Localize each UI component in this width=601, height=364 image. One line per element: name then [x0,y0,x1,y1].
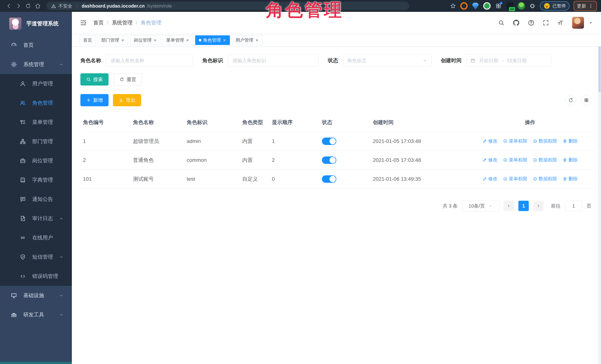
sidebar-item-audit-log[interactable]: 审计日志 [0,209,72,228]
sidebar-item-notice[interactable]: 通知公告 [0,190,72,209]
browser-back-button[interactable] [4,1,14,11]
sidebar-item-dict[interactable]: 字典管理 [0,170,72,190]
action-label: 修改 [488,138,498,144]
action-delete-link[interactable]: 删除 [563,176,578,182]
action-data-perm-link[interactable]: 数据权限 [533,176,557,182]
status-label: 状态 [328,57,338,64]
app-shell: 芋道管理系统 首页系统管理用户管理角色管理菜单管理部门管理岗位管理字典管理通知公… [0,12,601,364]
tab-post[interactable]: 岗位管理× [130,35,160,45]
status-toggle[interactable] [322,138,336,145]
breadcrumb-item[interactable]: 首页 [93,19,104,26]
tab-close-icon[interactable]: × [223,37,226,43]
tab-close-icon[interactable]: × [121,37,124,43]
breadcrumb-item[interactable]: 系统管理 [112,19,133,26]
bookmark-star-button[interactable] [450,3,456,9]
action-edit-link[interactable]: 修改 [482,176,498,182]
tab-close-icon[interactable]: × [153,37,157,43]
reset-button[interactable]: 重置 [114,73,142,86]
sidebar-item-dev-tools[interactable]: 研发工具 [0,305,72,324]
extension-switch-icon[interactable]: on [506,2,514,10]
create-time-range-picker[interactable]: 开始日期 - 结束日期 [466,54,551,67]
refresh-table-button[interactable] [565,95,576,106]
chevron-down-icon [59,216,64,221]
tab-user[interactable]: 用户管理× [232,35,262,45]
action-delete-link[interactable]: 删除 [563,138,578,144]
profile-paused-chip[interactable]: 已暂停 [540,1,570,10]
extension-plant-icon[interactable] [518,2,525,10]
export-button[interactable]: 导出 [113,94,141,106]
column-header: 操作 [467,113,594,132]
extension-gem-icon[interactable] [472,2,479,10]
action-edit-link[interactable]: 修改 [482,157,498,163]
browser-reload-button[interactable] [23,1,33,11]
user-avatar[interactable] [572,17,584,29]
action-delete-link[interactable]: 删除 [563,157,578,163]
tab-dept[interactable]: 部门管理× [98,35,128,45]
sidebar-item-menu[interactable]: 菜单管理 [0,113,72,132]
prev-page-button[interactable] [504,201,514,211]
tab-close-icon[interactable]: × [255,37,259,43]
browser-menu-button[interactable] [588,3,594,9]
role-name-input[interactable] [106,54,193,67]
role-key-input[interactable] [228,54,319,67]
update-label: 更新 [577,3,586,9]
data-perm-icon [533,158,537,162]
sidebar-item-role[interactable]: 角色管理 [0,93,72,113]
extensions-puzzle-button[interactable] [529,3,536,9]
cell-role-type: 自定义 [240,170,269,188]
action-label: 删除 [568,176,578,182]
goto-page-input[interactable] [565,201,582,211]
action-edit-link[interactable]: 修改 [482,138,498,144]
sidebar-toggle-button[interactable] [80,19,87,27]
add-role-button[interactable]: 新增 [80,94,109,106]
action-menu-perm-link[interactable]: 菜单权限 [503,176,527,182]
page-scrollbar[interactable] [598,12,601,364]
fullscreen-button[interactable] [542,20,549,26]
sidebar-item-label: 短信管理 [32,254,53,260]
address-bar[interactable]: 不安全 | dashboard.yudao.iocoder.cn/system/… [46,2,409,10]
action-label: 修改 [488,176,498,182]
status-select[interactable]: 角色状态 [343,54,431,67]
sidebar-item-user[interactable]: 用户管理 [0,74,72,93]
github-link-button[interactable] [512,19,520,27]
app-logo[interactable]: 芋道管理系统 [0,12,72,36]
column-settings-button[interactable] [581,95,592,106]
action-data-perm-link[interactable]: 数据权限 [533,157,557,163]
user-menu-caret[interactable] [588,20,593,25]
search-button[interactable]: 搜索 [80,73,109,86]
font-size-button[interactable] [557,19,564,27]
tab-close-icon[interactable]: × [186,37,189,43]
extension-grid-icon[interactable] [495,2,502,10]
status-toggle[interactable] [322,175,336,183]
tab-home[interactable]: 首页 [80,35,96,45]
page-number-button[interactable]: 1 [518,201,529,211]
page-size-select[interactable]: 10条/页 [462,200,499,211]
action-menu-perm-link[interactable]: 菜单权限 [503,138,527,144]
extension-orange-icon[interactable] [460,2,468,10]
status-placeholder: 角色状态 [347,57,367,64]
browser-forward-button[interactable] [14,1,23,11]
sidebar-item-post[interactable]: 岗位管理 [0,151,72,170]
browser-update-button[interactable]: 更新 [574,1,597,11]
help-button[interactable] [528,19,535,26]
action-menu-perm-link[interactable]: 菜单权限 [503,157,527,163]
browser-home-button[interactable] [33,1,43,11]
sidebar-item-error-code[interactable]: 错误码管理 [0,267,72,286]
sidebar-item-online-user[interactable]: 在线用户 [0,228,72,247]
status-toggle[interactable] [322,157,336,164]
tab-menu[interactable]: 菜单管理× [163,35,193,45]
sidebar-item-dept[interactable]: 部门管理 [0,132,72,151]
tab-role[interactable]: 角色管理× [195,35,230,45]
extension-green-icon[interactable] [483,2,491,10]
browser-chrome: 不安全 | dashboard.yudao.iocoder.cn/system/… [0,0,601,12]
action-data-perm-link[interactable]: 数据权限 [533,138,557,144]
tab-label: 部门管理 [101,37,119,43]
sidebar-item-sms[interactable]: 短信管理 [0,247,72,267]
cell-created-time: 2021-01-05 17:03:48 [370,151,467,170]
sidebar-item-system[interactable]: 系统管理 [0,55,72,74]
header-search-button[interactable] [498,20,505,26]
sidebar-item-infra[interactable]: 基础设施 [0,286,72,305]
page-size-label: 10条/页 [469,203,485,209]
next-page-button[interactable] [533,201,544,211]
sidebar-item-home[interactable]: 首页 [0,36,72,55]
